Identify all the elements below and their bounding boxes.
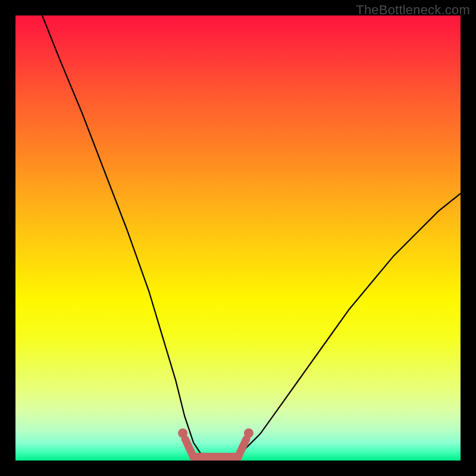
curve-path	[42, 15, 461, 461]
svg-line-2	[238, 439, 246, 457]
svg-point-3	[178, 428, 187, 438]
bottleneck-curve	[42, 15, 461, 461]
curve-layer	[15, 15, 461, 461]
plot-area	[15, 15, 461, 461]
chart-frame: TheBottleneck.com	[0, 0, 476, 476]
attribution-text: TheBottleneck.com	[356, 2, 470, 18]
svg-line-1	[185, 439, 193, 457]
flat-region-marker	[178, 428, 253, 461]
svg-point-4	[244, 428, 253, 438]
